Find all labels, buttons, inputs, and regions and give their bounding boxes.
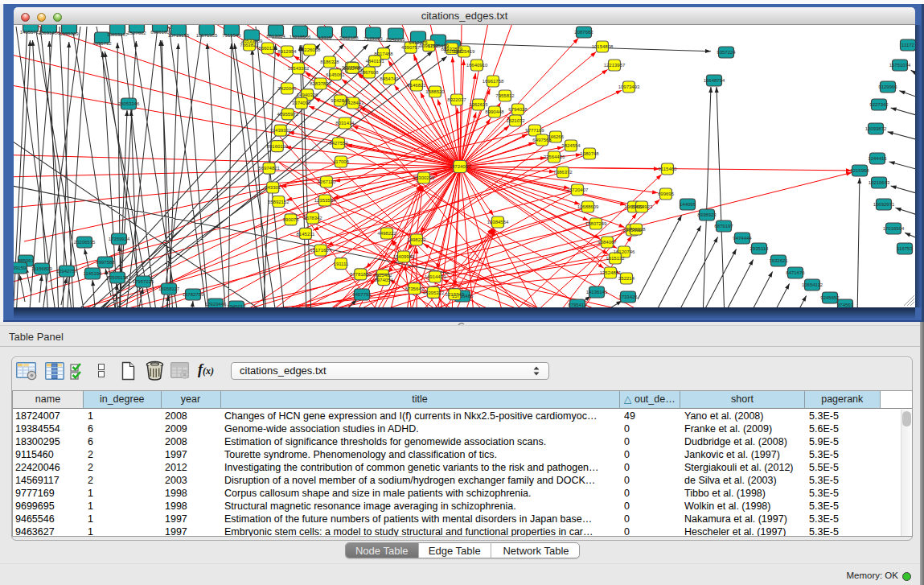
svg-text:885061: 885061 [18, 258, 35, 263]
svg-text:13524851: 13524851 [600, 270, 622, 275]
svg-text:10154808: 10154808 [592, 44, 614, 49]
svg-text:8215958: 8215958 [850, 168, 869, 173]
svg-text:9457791: 9457791 [352, 292, 372, 297]
svg-text:10853267: 10853267 [107, 32, 129, 37]
svg-text:9242848: 9242848 [331, 98, 350, 103]
svg-text:10688609: 10688609 [577, 204, 599, 209]
svg-text:8660124: 8660124 [258, 46, 277, 51]
svg-text:8912954: 8912954 [277, 49, 297, 54]
svg-text:8813054: 8813054 [266, 34, 285, 39]
svg-text:8974054: 8974054 [374, 278, 393, 282]
svg-text:18724007: 18724007 [450, 164, 471, 169]
svg-text:390075: 390075 [282, 217, 299, 222]
svg-text:10719155: 10719155 [168, 33, 190, 38]
svg-text:82837832: 82837832 [310, 81, 331, 86]
svg-text:16648794: 16648794 [704, 78, 725, 83]
svg-text:417006: 417006 [333, 159, 350, 164]
svg-text:15409949: 15409949 [393, 254, 415, 259]
svg-text:7133099: 7133099 [363, 36, 383, 41]
svg-text:3374095: 3374095 [292, 101, 311, 105]
svg-text:16640910: 16640910 [466, 63, 488, 68]
svg-text:15751074: 15751074 [889, 63, 911, 68]
svg-text:1095319: 1095319 [60, 31, 79, 36]
svg-text:65171607: 65171607 [310, 248, 331, 253]
svg-text:6145061: 6145061 [326, 72, 345, 77]
svg-text:144095: 144095 [680, 202, 696, 207]
svg-text:89160110: 89160110 [267, 144, 289, 149]
svg-text:19654923: 19654923 [631, 204, 653, 209]
svg-text:8186328: 8186328 [320, 60, 339, 64]
svg-text:699695: 699695 [658, 192, 675, 196]
svg-text:3578342: 3578342 [303, 216, 322, 220]
svg-text:9474444: 9474444 [733, 236, 752, 241]
svg-text:13325: 13325 [318, 35, 332, 40]
svg-text:20691406: 20691406 [39, 31, 60, 35]
svg-text:11156829: 11156829 [31, 266, 52, 271]
svg-text:9096792: 9096792 [420, 43, 439, 48]
svg-text:12213957: 12213957 [604, 63, 626, 68]
svg-text:7955812: 7955812 [495, 93, 515, 98]
svg-text:1527602: 1527602 [127, 31, 146, 35]
svg-text:14136141: 14136141 [586, 290, 608, 295]
svg-text:9227342: 9227342 [869, 102, 889, 107]
svg-text:4390757: 4390757 [401, 45, 421, 50]
svg-text:2935114: 2935114 [750, 246, 770, 251]
svg-text:12093872: 12093872 [865, 126, 887, 131]
svg-text:9115460: 9115460 [659, 167, 678, 171]
svg-text:12353594: 12353594 [314, 198, 336, 203]
svg-text:9777169: 9777169 [525, 128, 544, 133]
svg-text:39159: 39159 [14, 266, 27, 270]
svg-text:56974821: 56974821 [258, 166, 280, 171]
svg-text:2087682: 2087682 [574, 30, 593, 35]
svg-text:8322037: 8322037 [447, 97, 466, 102]
svg-text:1244415: 1244415 [868, 156, 887, 161]
svg-text:1080748: 1080748 [580, 151, 599, 156]
svg-text:18807249: 18807249 [585, 221, 607, 226]
svg-text:9357224: 9357224 [717, 50, 736, 55]
svg-text:40955972: 40955972 [277, 112, 298, 117]
svg-text:19384554: 19384554 [487, 220, 509, 225]
svg-text:1362615: 1362615 [469, 102, 488, 107]
svg-text:1145194: 1145194 [84, 271, 103, 276]
svg-text:88932879: 88932879 [441, 47, 462, 51]
svg-text:8145211: 8145211 [297, 232, 316, 237]
svg-text:4055712: 4055712 [92, 41, 112, 46]
svg-text:5217743: 5217743 [446, 292, 465, 297]
svg-text:23226058: 23226058 [299, 47, 321, 52]
svg-text:15720407: 15720407 [567, 187, 589, 192]
svg-text:8471676: 8471676 [786, 270, 805, 275]
svg-text:55892152: 55892152 [268, 200, 290, 204]
svg-text:1615132: 1615132 [606, 256, 625, 261]
svg-text:7386372: 7386372 [553, 170, 573, 175]
svg-text:1733426: 1733426 [618, 295, 638, 299]
svg-text:87781880: 87781880 [350, 272, 372, 277]
svg-text:191111: 191111 [334, 262, 349, 266]
svg-text:14940326: 14940326 [297, 93, 318, 97]
svg-text:16120746: 16120746 [614, 249, 635, 254]
svg-text:2945012: 2945012 [227, 304, 246, 307]
svg-text:10543362: 10543362 [288, 66, 310, 71]
svg-text:4498222: 4498222 [377, 231, 396, 236]
svg-text:9997588: 9997588 [96, 260, 115, 265]
svg-text:14914479: 14914479 [425, 274, 446, 279]
svg-text:12923446: 12923446 [205, 302, 227, 307]
svg-text:16782759: 16782759 [183, 292, 204, 297]
svg-text:32439332: 32439332 [269, 128, 291, 133]
svg-text:8031414: 8031414 [335, 121, 355, 126]
svg-text:1330766: 1330766 [343, 66, 363, 71]
svg-text:7632621: 7632621 [769, 258, 788, 263]
svg-text:19218506: 19218506 [290, 35, 311, 39]
svg-text:6879197: 6879197 [714, 224, 733, 229]
svg-text:23564436: 23564436 [544, 154, 565, 159]
svg-text:26053346: 26053346 [118, 101, 140, 106]
svg-text:746266: 746266 [548, 134, 565, 139]
svg-text:17957225: 17957225 [133, 279, 154, 284]
svg-text:7515546: 7515546 [222, 33, 241, 38]
svg-text:8938923: 8938923 [697, 212, 717, 217]
svg-text:2420046: 2420046 [277, 86, 297, 91]
svg-text:974563: 974563 [837, 303, 854, 307]
svg-text:7663822: 7663822 [240, 43, 259, 47]
svg-text:1588520: 1588520 [425, 89, 445, 94]
svg-text:2867608: 2867608 [359, 70, 379, 75]
svg-text:16958117: 16958117 [158, 286, 180, 291]
